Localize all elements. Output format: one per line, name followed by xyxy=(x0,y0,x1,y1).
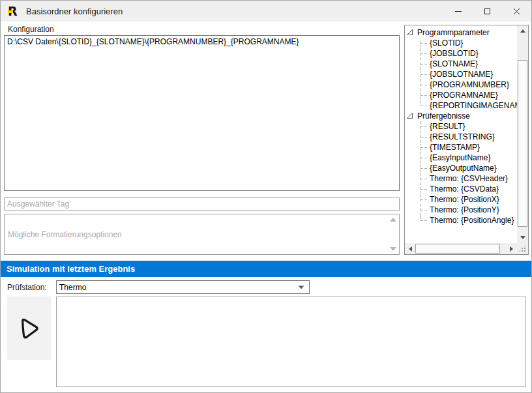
tree-connector xyxy=(420,184,428,194)
format-options-scrollbar[interactable] xyxy=(388,215,398,254)
tree-node[interactable]: {PROGRAMNUMBER} xyxy=(407,80,517,90)
tree-connector xyxy=(420,142,428,153)
tree-node-label: {PROGRAMNAME} xyxy=(430,91,498,100)
tree-node-label: Thermo: {PositionX} xyxy=(430,195,499,204)
scroll-left-button[interactable] xyxy=(405,243,416,254)
tree-connector xyxy=(420,69,428,80)
tree-horizontal-scrollbar[interactable] xyxy=(405,243,517,254)
tree-node[interactable]: Thermo: {PositionAngle} xyxy=(407,215,517,226)
logo-yellow-bar xyxy=(8,10,13,13)
tree-node-label: Programmparameter xyxy=(417,28,490,37)
scroll-up-icon xyxy=(520,29,525,33)
tree-node-label: Thermo: {CSVHeader} xyxy=(430,174,508,183)
tree-node[interactable]: Thermo: {CSVHeader} xyxy=(407,173,517,184)
scroll-down-icon xyxy=(390,247,396,251)
tree-node[interactable]: Thermo: {PositionY} xyxy=(407,205,517,215)
tree-node-label: {SLOTID} xyxy=(430,38,463,48)
close-icon xyxy=(513,8,520,15)
tree-node[interactable]: {REPORTINGIMAGENAME} xyxy=(407,100,517,111)
tree-connector xyxy=(420,163,428,173)
tree-node[interactable]: {RESULTSTRING} xyxy=(407,132,517,142)
tree-connector xyxy=(420,121,428,132)
tree-node[interactable]: Thermo: {PositionX} xyxy=(407,194,517,205)
tree-node[interactable]: Prüfergebnisse xyxy=(407,111,517,121)
scroll-right-button[interactable] xyxy=(506,243,517,254)
tree-node[interactable]: Programmparameter xyxy=(407,27,517,38)
tree-connector xyxy=(420,173,428,184)
tree-connector xyxy=(420,59,428,69)
station-label: Prüfstation: xyxy=(7,283,47,292)
tree-node-label: {TIMESTAMP} xyxy=(430,143,480,152)
station-combobox[interactable]: Thermo xyxy=(56,280,310,294)
minimize-icon xyxy=(455,11,462,12)
tree-connector xyxy=(420,153,428,163)
tag-tree-panel: Programmparameter{SLOTID}{JOBSLOTID}{SLO… xyxy=(404,25,529,255)
tree-node[interactable]: {TIMESTAMP} xyxy=(407,142,517,153)
tree-node[interactable]: {SLOTID} xyxy=(407,38,517,48)
minimize-button[interactable] xyxy=(443,1,473,22)
scroll-down-icon xyxy=(520,236,525,239)
scroll-down-button[interactable] xyxy=(517,232,528,243)
window-title: Basisordner konfigurieren xyxy=(26,7,123,16)
tree-node-label: Prüfergebnisse xyxy=(417,111,470,121)
scroll-right-icon xyxy=(510,246,513,252)
play-simulation-button[interactable] xyxy=(7,297,51,360)
tree-node[interactable]: {RESULT} xyxy=(407,121,517,132)
tree-node-label: {JOBSLOTID} xyxy=(430,49,479,58)
tree-connector xyxy=(420,38,428,48)
tree: Programmparameter{SLOTID}{JOBSLOTID}{SLO… xyxy=(405,25,517,243)
scroll-up-icon xyxy=(390,218,396,222)
tree-node-label: {RESULT} xyxy=(430,122,465,131)
tree-connector xyxy=(420,205,428,215)
vertical-scroll-thumb[interactable] xyxy=(518,60,527,227)
chevron-down-icon xyxy=(298,285,309,289)
tree-node[interactable]: Thermo: {CSVData} xyxy=(407,184,517,194)
tree-node-label: Thermo: {PositionAngle} xyxy=(430,216,514,225)
tree-node-label: {REPORTINGIMAGENAME} xyxy=(430,101,517,110)
dialog-window: R Basisordner konfigurieren Konfiguratio… xyxy=(0,0,532,393)
tree-node-label: {EasyOutputName} xyxy=(430,164,497,173)
tree-node[interactable]: {SLOTNAME} xyxy=(407,59,517,69)
maximize-button[interactable] xyxy=(473,1,502,22)
tree-connector xyxy=(420,194,428,205)
format-options-box[interactable]: Mögliche Formatierungsoptionen xyxy=(4,214,400,255)
close-button[interactable] xyxy=(502,1,531,22)
maximize-icon xyxy=(484,8,490,14)
tree-connector xyxy=(420,100,428,111)
tree-node[interactable]: {JOBSLOTNAME} xyxy=(407,69,517,80)
config-textbox[interactable]: D:\CSV Daten\{SLOTID}_{SLOTNAME}\{PROGRA… xyxy=(4,35,400,191)
tree-expander-icon[interactable] xyxy=(407,29,413,36)
tree-node-label: {RESULTSTRING} xyxy=(430,132,495,141)
tree-node[interactable]: {JOBSLOTID} xyxy=(407,48,517,59)
resize-grip-icon[interactable] xyxy=(517,243,528,254)
tree-node-label: {JOBSLOTNAME} xyxy=(430,70,493,79)
tree-connector xyxy=(420,48,428,59)
tree-node-label: {PROGRAMNUMBER} xyxy=(430,80,509,89)
tree-node-label: Thermo: {CSVData} xyxy=(430,184,499,194)
tree-connector xyxy=(420,80,428,90)
tree-node[interactable]: {PROGRAMNAME} xyxy=(407,90,517,100)
tree-vertical-scrollbar[interactable] xyxy=(517,25,528,243)
selected-tag-input[interactable] xyxy=(4,197,400,211)
tree-connector xyxy=(420,90,428,100)
scroll-left-icon xyxy=(409,246,412,252)
config-label: Konfiguration xyxy=(8,25,54,34)
scroll-up-button[interactable] xyxy=(517,25,528,36)
r-logo: R xyxy=(8,5,20,18)
tree-expander-icon[interactable] xyxy=(407,113,413,119)
station-selected-value: Thermo xyxy=(57,283,298,292)
tree-connector xyxy=(420,215,428,226)
tree-connector xyxy=(420,132,428,142)
tree-node[interactable]: {EasyInputName} xyxy=(407,153,517,163)
tree-node-label: {EasyInputName} xyxy=(430,153,490,162)
title-bar: R Basisordner konfigurieren xyxy=(1,1,531,22)
tree-node-label: Thermo: {PositionY} xyxy=(430,205,499,214)
tree-node-label: {SLOTNAME} xyxy=(430,59,478,68)
simulation-header: Simulation mit letztem Ergebnis xyxy=(1,261,531,277)
tree-node[interactable]: {EasyOutputName} xyxy=(407,163,517,173)
horizontal-scroll-thumb[interactable] xyxy=(415,244,500,254)
play-icon xyxy=(13,312,44,343)
simulation-output-box[interactable] xyxy=(56,297,526,387)
format-options-placeholder: Mögliche Formatierungsoptionen xyxy=(5,230,122,239)
caption-buttons xyxy=(443,1,531,22)
